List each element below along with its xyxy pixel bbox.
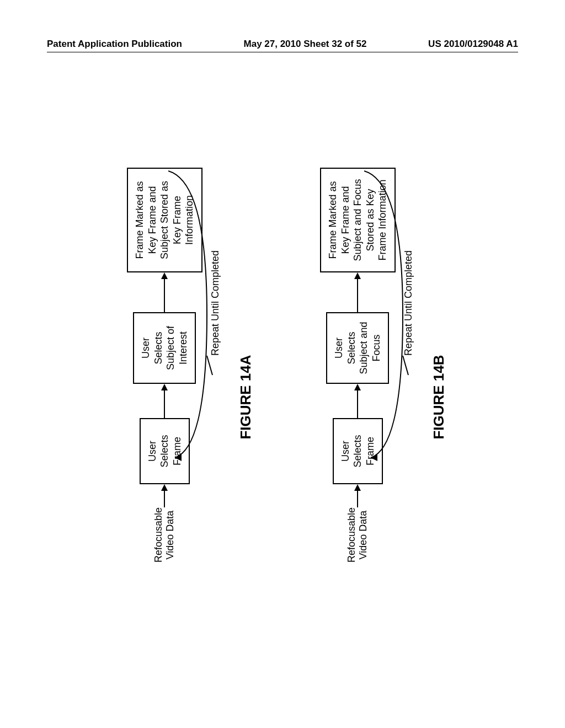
- repeat-label-a: Repeat Until Completed: [210, 250, 221, 356]
- header-center: May 27, 2010 Sheet 32 of 52: [244, 39, 367, 50]
- figure-label-a: FIGURE 14A: [237, 342, 254, 452]
- arrow-a2: [161, 384, 168, 418]
- input-label-b: Refocusable Video Data: [346, 507, 370, 563]
- arrow-a3: [161, 272, 168, 312]
- svg-marker-2: [371, 454, 377, 461]
- arrow-a1: [161, 484, 168, 507]
- rotated-content: Refocusable Video Data User Selects Fram…: [83, 121, 469, 563]
- header-left: Patent Application Publication: [47, 39, 182, 50]
- svg-marker-0: [175, 454, 182, 461]
- arrow-b2: [354, 384, 361, 418]
- svg-line-3: [403, 356, 408, 375]
- diagram-container: Refocusable Video Data User Selects Fram…: [83, 121, 469, 563]
- arrow-b1: [354, 484, 361, 507]
- repeat-label-b: Repeat Until Completed: [403, 250, 414, 356]
- input-label-a: Refocusable Video Data: [153, 507, 177, 563]
- arrow-b3: [354, 272, 361, 312]
- figure-label-b: FIGURE 14B: [430, 342, 447, 452]
- svg-line-1: [207, 356, 212, 375]
- page-header: Patent Application Publication May 27, 2…: [0, 39, 565, 50]
- header-right: US 2010/0129048 A1: [428, 39, 518, 50]
- header-divider: [47, 52, 518, 52]
